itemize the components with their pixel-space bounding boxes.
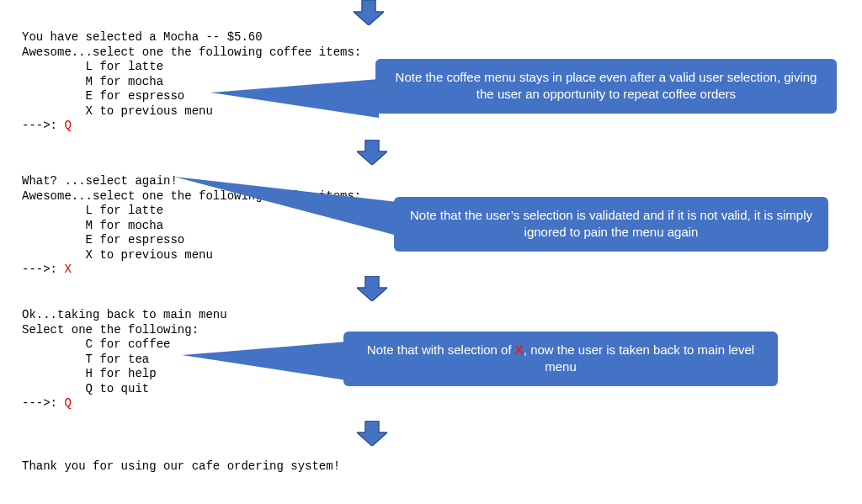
callout-3: Note that with selection of X, now the u…: [343, 332, 778, 386]
menu-option: M for mocha: [22, 75, 163, 88]
callout-tail-icon: [210, 79, 379, 118]
down-arrow-icon: [357, 421, 387, 446]
svg-marker-2: [182, 342, 347, 380]
text-line: You have selected a Mocha -- $5.60: [22, 30, 263, 44]
callout-text-post: , now the user is taken back to main lev…: [524, 342, 754, 374]
text-line: Awesome...select one the following coffe…: [22, 45, 361, 59]
menu-option: Q to quit: [22, 382, 149, 395]
prompt: --->:: [22, 263, 64, 276]
callout-2: Note that the user’s selection is valida…: [394, 197, 828, 252]
callout-1: Note the coffee menu stays in place even…: [375, 59, 837, 114]
callout-tail-icon: [174, 177, 397, 236]
text-line: Ok...taking back to main menu: [22, 308, 227, 321]
menu-option: H for help: [22, 367, 157, 380]
svg-marker-1: [174, 177, 397, 236]
callout-text: Note the coffee menu stays in place even…: [396, 70, 817, 101]
text-line: What? ...select again!: [22, 174, 178, 188]
menu-option: T for tea: [22, 353, 149, 366]
menu-option: L for latte: [22, 204, 163, 217]
menu-option: L for latte: [22, 60, 163, 73]
callout-text: Note that the user’s selection is valida…: [410, 208, 812, 239]
prompt: --->:: [22, 396, 64, 410]
menu-option: X to previous menu: [22, 104, 213, 118]
text-line: Select one the following:: [22, 323, 199, 337]
callout-text-x: X: [515, 342, 524, 357]
callout-tail-icon: [182, 342, 347, 380]
menu-option: E for espresso: [22, 89, 184, 103]
text-line: Thank you for using our cafe ordering sy…: [22, 459, 340, 473]
menu-option: M for mocha: [22, 219, 163, 232]
down-arrow-icon: [354, 0, 384, 25]
user-input: Q: [64, 396, 71, 410]
user-input: Q: [64, 119, 71, 132]
prompt: --->:: [22, 119, 64, 132]
menu-option: X to previous menu: [22, 248, 213, 262]
menu-option: E for espresso: [22, 233, 184, 247]
user-input: X: [64, 263, 71, 276]
svg-marker-0: [210, 79, 379, 118]
down-arrow-icon: [357, 140, 387, 165]
down-arrow-icon: [357, 276, 387, 301]
menu-option: C for coffee: [22, 337, 170, 351]
callout-text-pre: Note that with selection of: [367, 342, 515, 357]
console-block-4: Thank you for using our cafe ordering sy…: [22, 459, 340, 475]
